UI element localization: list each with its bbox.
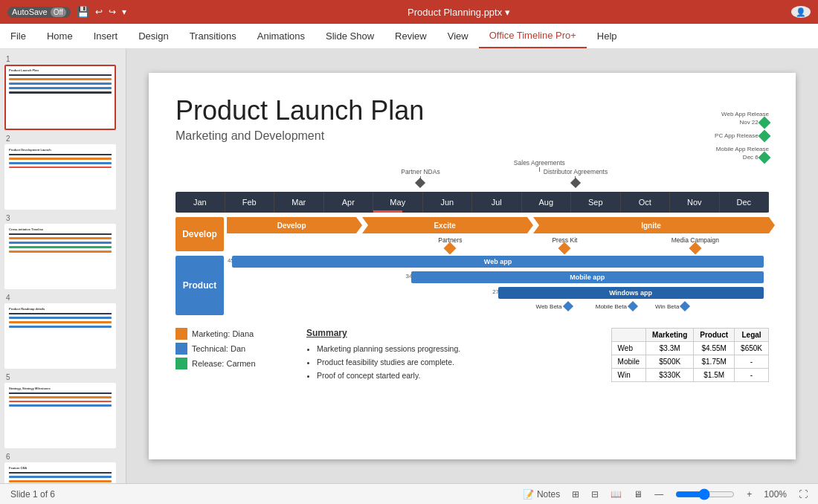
month-oct: Oct <box>621 192 671 213</box>
slide-thumb-2[interactable]: 2Product Development Launch <box>4 135 121 210</box>
user-avatar: 👤 <box>791 6 811 18</box>
summary-bullet: Proof of concept started early. <box>317 369 599 383</box>
legend-release: Release: Carmen <box>175 358 294 369</box>
release-label-pc: PC App Release <box>715 132 759 139</box>
slide-thumb-6[interactable]: 6Feature CBA <box>4 453 121 483</box>
product-content: 45.6 weeks Web app 34.2 weeks Mobile app <box>227 256 769 317</box>
mini-row <box>9 83 112 85</box>
mobilebeta-label: Mobile Beta <box>596 303 627 310</box>
mini-row <box>9 317 112 319</box>
budget-row: Web$3.3M$4.55M$650K <box>611 342 768 355</box>
canvas-area[interactable]: Web App ReleaseNov 22 PC App Release Mob… <box>126 49 818 483</box>
month-sep: Sep <box>571 192 621 213</box>
month-nov: Nov <box>670 192 720 213</box>
month-dec: Dec <box>720 192 770 213</box>
ml-partner-ndas-label: Partner NDAs <box>401 168 439 175</box>
mini-row <box>9 404 112 407</box>
mini-row <box>9 246 112 248</box>
ms-winbeta: Win Beta <box>655 303 689 310</box>
menu-item-help[interactable]: Help <box>587 24 628 48</box>
notes-button[interactable]: 📝 Notes <box>523 489 560 500</box>
menu-item-home[interactable]: Home <box>36 24 83 48</box>
presenter-icon[interactable]: 🖥 <box>634 489 643 500</box>
filename-caret[interactable]: ▾ <box>505 7 510 18</box>
more-icon[interactable]: ▾ <box>122 7 126 17</box>
slide-num-5: 5 <box>4 373 121 381</box>
zoom-out-icon[interactable]: — <box>654 489 663 500</box>
phase-develop-label: Develop <box>277 222 306 230</box>
fit-icon[interactable]: ⊞ <box>572 489 579 500</box>
budget-cell-product: $1.75M <box>694 355 735 369</box>
layout-icon[interactable]: ⊟ <box>591 489 599 500</box>
mobileapp-label: Mobile app <box>570 274 605 281</box>
legend-swatch-orange <box>175 328 187 340</box>
menu-item-slide-show[interactable]: Slide Show <box>315 24 384 48</box>
webapp-row: 45.6 weeks Web app <box>227 256 769 269</box>
mini-title-2: Product Development Launch <box>6 146 115 152</box>
month-bar: JanFebMarAprMayJunJulAugSepOctNovDec <box>175 192 769 213</box>
product-lane: Product 45.6 weeks Web app 3 <box>175 256 769 317</box>
mini-bar-6 <box>9 472 112 474</box>
slide-thumb-5[interactable]: 5Strategy, Strategy Milestones <box>4 373 121 448</box>
budget-cell-label: Win <box>611 369 645 382</box>
menu-item-file[interactable]: File <box>0 24 36 48</box>
menu-item-review[interactable]: Review <box>384 24 437 48</box>
legend-release-label: Release: Carmen <box>192 359 256 368</box>
mini-row <box>9 78 112 80</box>
slide-thumb-4[interactable]: 4Product Roadmap details <box>4 294 121 369</box>
mini-bar-2 <box>9 154 112 155</box>
mini-row <box>9 326 112 328</box>
autosave-label: AutoSave <box>12 7 48 16</box>
winbeta-label: Win Beta <box>655 303 679 310</box>
product-milestones: Web Beta Mobile Beta Win Beta <box>227 303 769 317</box>
ms-mediacampaign: Media Campaign <box>672 236 719 254</box>
lanes-container: Develop Develop Excite <box>175 217 769 317</box>
autosave-badge[interactable]: AutoSave Off <box>7 7 71 18</box>
notes-label: Notes <box>537 489 560 500</box>
undo-icon[interactable]: ↩ <box>95 7 103 17</box>
winapp-label: Windows app <box>609 289 652 297</box>
slide-thumb-3[interactable]: 3Cross-initiative Timeline <box>4 214 121 289</box>
ms-webbeta: Web Beta <box>536 303 572 310</box>
mini-bar-3 <box>9 233 112 235</box>
slide-thumb-1[interactable]: 1Product Launch Plan <box>4 55 121 130</box>
legend: Marketing: Diana Technical: Dan Release:… <box>175 328 294 383</box>
webapp-label: Web app <box>484 258 512 265</box>
timeline-area: Partner NDAs Sales Agreements Distributo… <box>175 153 769 317</box>
budget-cell-product: $4.55M <box>694 342 735 355</box>
menu-item-insert[interactable]: Insert <box>83 24 129 48</box>
mini-title-6: Feature CBA <box>6 464 115 471</box>
phase-bar: Develop Excite Ignite <box>227 217 769 233</box>
save-icon[interactable]: 💾 <box>77 6 89 18</box>
redo-icon[interactable]: ↪ <box>109 7 116 17</box>
mini-row <box>9 158 112 160</box>
mini-title-4: Product Roadmap details <box>6 305 115 311</box>
menu-item-view[interactable]: View <box>437 24 479 48</box>
menu-item-animations[interactable]: Animations <box>247 24 315 48</box>
zoom-in-icon[interactable]: + <box>747 489 752 500</box>
status-bar: Slide 1 of 6 📝 Notes ⊞ ⊟ 📖 🖥 — + 100% ⛶ <box>0 483 818 504</box>
slide-num-1: 1 <box>4 55 121 63</box>
menu-item-design[interactable]: Design <box>128 24 178 48</box>
book-icon[interactable]: 📖 <box>611 489 622 500</box>
title-bar: AutoSave Off 💾 ↩ ↪ ▾ Product Planning.pp… <box>0 0 818 24</box>
month-jun: Jun <box>423 192 473 213</box>
autosave-toggle[interactable]: Off <box>51 7 66 17</box>
fit-page-icon[interactable]: ⛶ <box>799 489 808 500</box>
summary-title: Summary <box>306 328 599 338</box>
zoom-slider[interactable] <box>675 488 735 500</box>
ml-sales-label: Sales Agreements <box>514 159 565 167</box>
legend-swatch-blue <box>175 343 187 355</box>
ml-partner-ndas: Partner NDAs <box>401 168 439 187</box>
month-aug: Aug <box>522 192 572 213</box>
ms-mobilebeta: Mobile Beta <box>596 303 637 310</box>
menu-item-office-timeline-pro+[interactable]: Office Timeline Pro+ <box>479 24 587 48</box>
menu-item-transitions[interactable]: Transitions <box>179 24 247 48</box>
release-item-pc: PC App Release <box>715 132 769 140</box>
mini-row <box>9 321 112 323</box>
mini-row <box>9 396 112 398</box>
legend-swatch-green <box>175 358 187 369</box>
slide-canvas[interactable]: Web App ReleaseNov 22 PC App Release Mob… <box>149 73 796 459</box>
month-mar: Mar <box>274 192 324 213</box>
progress-indicator <box>373 210 402 213</box>
